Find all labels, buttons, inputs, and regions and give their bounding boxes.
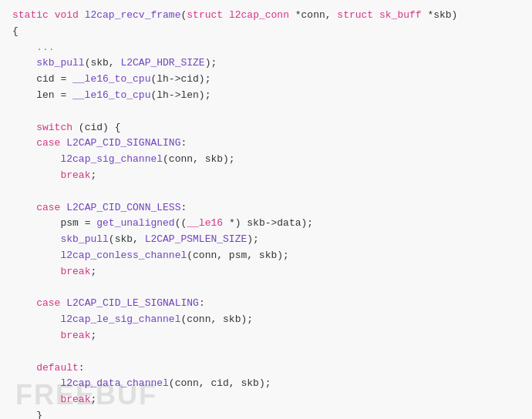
code-line: break; xyxy=(12,168,520,184)
code-line xyxy=(12,344,520,360)
code-line: l2cap_data_channel(conn, cid, skb); xyxy=(12,376,520,392)
code-line: l2cap_conless_channel(conn, psm, skb); xyxy=(12,248,520,264)
code-line: case L2CAP_CID_SIGNALING: xyxy=(12,136,520,152)
code-line: switch (cid) { xyxy=(12,120,520,136)
code-line: default: xyxy=(12,360,520,377)
code-line xyxy=(12,280,520,297)
code-block: static void l2cap_recv_frame(struct l2ca… xyxy=(0,0,532,419)
code-line: skb_pull(skb, L2CAP_HDR_SIZE); xyxy=(12,55,520,72)
code-line: l2cap_sig_channel(conn, skb); xyxy=(12,152,520,168)
code-line: skb_pull(skb, L2CAP_PSMLEN_SIZE); xyxy=(12,232,520,248)
code-line xyxy=(12,184,520,200)
code-line: len = __le16_to_cpu(lh->len); xyxy=(12,88,520,104)
code-line: case L2CAP_CID_CONN_LESS: xyxy=(12,200,520,216)
code-line: cid = __le16_to_cpu(lh->cid); xyxy=(12,72,520,88)
code-line: break; xyxy=(12,392,520,408)
code-line xyxy=(12,104,520,120)
code-line: ... xyxy=(12,40,520,56)
code-line: l2cap_le_sig_channel(conn, skb); xyxy=(12,312,520,328)
code-line: case L2CAP_CID_LE_SIGNALING: xyxy=(12,296,520,312)
code-line: { xyxy=(12,24,520,40)
code-line: static void l2cap_recv_frame(struct l2ca… xyxy=(12,8,520,24)
code-line: break; xyxy=(12,264,520,280)
code-line: break; xyxy=(12,328,520,344)
code-line: psm = get_unaligned((__le16 *) skb->data… xyxy=(12,216,520,232)
code-line: } xyxy=(12,408,520,419)
